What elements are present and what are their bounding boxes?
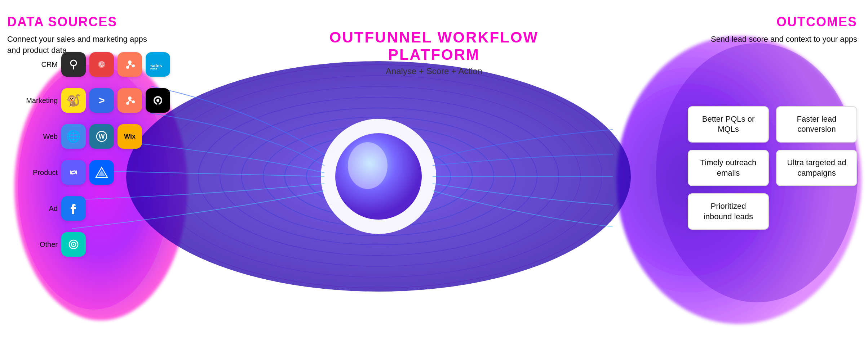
svg-point-17 (71, 60, 76, 66)
svg-text:©: © (99, 60, 105, 68)
wordpress-icon: W (89, 124, 114, 149)
outcome-card-ad-campaigns: Ultra targeted ad campaigns (776, 150, 857, 186)
svg-rect-18 (73, 65, 74, 69)
source-row-crm: CRM © salesforce (25, 52, 170, 77)
data-sources-overlay: CRM © salesforce Marketing (25, 52, 170, 263)
outcomes-title: OUTCOMES (776, 14, 857, 30)
mailchimp-icon: 🐒 (61, 88, 86, 113)
source-row-web: Web 🌐 W Wix (25, 124, 170, 149)
outcome-card-lead-conversion: Faster lead conversion (776, 106, 857, 143)
main-container: DATA SOURCES Connect your sales and mark… (0, 0, 868, 347)
outcome-card-pqls: Better PQLs or MQLs (688, 106, 769, 143)
outcomes-cards: Better PQLs or MQLs Faster lead conversi… (688, 106, 857, 230)
svg-point-16 (348, 142, 388, 189)
platform-title: OUTFUNNEL WORKFLOW PLATFORM (308, 29, 560, 63)
outcome-card-inbound: Prioritized inbound leads (688, 193, 769, 230)
hubspot-crm-icon (118, 52, 142, 77)
outcomes-content: OUTCOMES Send lead score and context to … (688, 14, 857, 230)
other-icon (61, 232, 86, 257)
hubspot-marketing-icon (118, 88, 142, 113)
svg-point-28 (128, 96, 132, 100)
source-row-other: Other (25, 232, 170, 257)
crm-icons: © salesforce (61, 52, 170, 77)
amplitude-icon (89, 160, 114, 185)
facebook-icon (61, 196, 86, 221)
openai-icon (146, 88, 170, 113)
data-sources-title: DATA SOURCES (7, 14, 117, 30)
crm-label: CRM (25, 60, 58, 69)
svg-point-21 (128, 60, 132, 64)
platform-subtitle: Analyse + Score + Action (308, 66, 560, 76)
activecampaign-icon: > (89, 88, 114, 113)
ad-label: Ad (25, 204, 58, 213)
svg-text:force: force (150, 67, 158, 69)
outcomes-subtitle: Send lead score and context to your apps (711, 34, 857, 45)
source-row-product: Product (25, 160, 170, 185)
ad-icons (61, 196, 86, 221)
svg-text:W: W (99, 133, 105, 140)
web-icons: 🌐 W Wix (61, 124, 142, 149)
center-labels: OUTFUNNEL WORKFLOW PLATFORM Analyse + Sc… (308, 29, 560, 76)
product-icons (61, 160, 114, 185)
salesforce-icon: salesforce (146, 52, 170, 77)
web-icon: 🌐 (61, 124, 86, 149)
other-label: Other (25, 240, 58, 249)
other-icons (61, 232, 86, 257)
pipedrive-icon (61, 52, 86, 77)
source-row-marketing: Marketing 🐒 > (25, 88, 170, 113)
marketing-icons: 🐒 > (61, 88, 170, 113)
copper-icon: © (89, 52, 114, 77)
marketing-label: Marketing (25, 96, 58, 105)
right-section: OUTCOMES Send lead score and context to … (681, 0, 868, 347)
wix-icon: Wix (118, 124, 142, 149)
web-label: Web (25, 132, 58, 141)
stripe-icon (61, 160, 86, 185)
product-label: Product (25, 168, 58, 177)
source-row-ad: Ad (25, 196, 170, 221)
outcome-card-outreach: Timely outreach emails (688, 150, 769, 186)
svg-point-33 (156, 99, 159, 102)
svg-point-40 (73, 244, 74, 245)
